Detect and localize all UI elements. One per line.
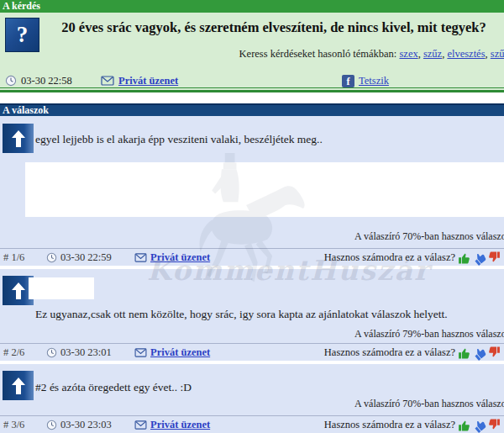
related-topics: Keress kérdéseket hasonló témákban: szex… <box>239 48 504 61</box>
helpful-vote-group: Hasznos számodra ez a válasz? <box>324 249 501 266</box>
answer-text: egyel lejjebb is el akarja épp vesziteni… <box>35 133 496 146</box>
private-message-link[interactable]: Privát üzenet <box>118 75 178 87</box>
answer-timestamp-group: 03-30 23:03 <box>46 416 112 433</box>
answer-private-message[interactable]: Privát üzenet <box>134 416 210 433</box>
like-link[interactable]: Tetszik <box>359 75 389 87</box>
answer-arrow-icon <box>3 371 34 400</box>
answer-timestamp-group: 03-30 22:59 <box>46 249 112 266</box>
answer-block-3: #2 és azóta öregedett egy évet.. :D A vá… <box>0 364 504 433</box>
answer-text: Ez ugyanaz,csak ott nem közölte, hogy sr… <box>35 308 496 321</box>
page: A kérdés ? 20 éves srác vagyok, és szere… <box>0 0 504 433</box>
helpful-vote-group: Hasznos számodra ez a válasz? <box>324 416 501 433</box>
question-mark-icon: ? <box>5 18 39 52</box>
answer-timestamp: 03-30 23:03 <box>60 419 112 431</box>
answer-arrow-icon <box>3 124 34 153</box>
helpful-question-label: Hasznos számodra ez a válasz? <box>324 419 455 431</box>
answer-index: # 2/6 <box>3 344 24 361</box>
thumb-neutral-icon[interactable] <box>473 346 486 359</box>
section-gap <box>0 92 504 103</box>
clock-icon <box>46 420 57 430</box>
thumb-down-icon[interactable] <box>488 419 501 431</box>
helpful-question-label: Hasznos számodra ez a válasz? <box>324 346 455 359</box>
blanked-content-box <box>25 162 504 217</box>
envelope-icon <box>101 76 114 86</box>
answer-footer: # 2/6 03-30 23:01 Privát üzenet Hasznos … <box>0 343 504 361</box>
answer-block-2: Ez ugyanaz,csak ott nem közölte, hogy sr… <box>0 269 504 361</box>
envelope-icon <box>134 420 147 430</box>
private-message-link[interactable]: Privát üzenet <box>150 346 210 359</box>
writer-stat: A válaszíró 70%-ban hasznos válaszol <box>354 230 504 243</box>
green-divider-thick <box>0 90 504 92</box>
answer-footer: # 1/6 03-30 22:59 Privát üzenet Hasznos … <box>0 248 504 266</box>
question-title: 20 éves srác vagyok, és szeretném elvesz… <box>49 19 499 36</box>
thumb-neutral-icon[interactable] <box>473 251 486 264</box>
thumb-up-icon[interactable] <box>458 419 470 431</box>
thumb-neutral-icon[interactable] <box>473 419 486 431</box>
envelope-icon <box>134 253 147 262</box>
answer-index: # 3/6 <box>3 416 24 433</box>
thumb-down-icon[interactable] <box>488 251 501 264</box>
answer-timestamp: 03-30 22:59 <box>60 251 112 264</box>
clock-icon <box>46 252 57 263</box>
blanked-content-box <box>29 277 94 299</box>
answer-private-message[interactable]: Privát üzenet <box>134 344 210 361</box>
answer-index: # 1/6 <box>3 249 24 266</box>
facebook-f-glyph: f <box>347 77 350 87</box>
facebook-like[interactable]: f Tetszik <box>342 72 389 89</box>
clock-icon <box>5 75 17 87</box>
question-section-header: A kérdés <box>0 0 504 13</box>
writer-stat: A válaszíró 79%-ban hasznos válaszol <box>354 328 504 341</box>
thumb-up-icon[interactable] <box>458 251 470 264</box>
answer-block-1: egyel lejjebb is el akarja épp vesziteni… <box>0 116 504 266</box>
topic-link-szuz-2[interactable]: szűz <box>491 48 504 60</box>
answer-footer: # 3/6 03-30 23:03 Privát üzenet Hasznos … <box>0 415 504 433</box>
helpful-question-label: Hasznos számodra ez a válasz? <box>324 251 455 264</box>
private-message-link[interactable]: Privát üzenet <box>150 251 210 264</box>
clock-icon <box>46 347 57 358</box>
thumb-up-icon[interactable] <box>458 346 470 359</box>
helpful-vote-group: Hasznos számodra ez a válasz? <box>324 344 501 361</box>
question-mark-glyph: ? <box>17 22 29 48</box>
answers-section-header: A válaszok <box>0 103 504 116</box>
answer-text: #2 és azóta öregedett egy évet.. :D <box>35 381 496 394</box>
private-message-link[interactable]: Privát üzenet <box>150 419 210 431</box>
green-divider-thin <box>0 87 504 88</box>
question-private-message[interactable]: Privát üzenet <box>101 72 178 89</box>
related-topics-label: Keress kérdéseket hasonló témákban: <box>239 48 397 60</box>
question-timestamp: 03-30 22:58 <box>21 75 72 87</box>
question-section: A kérdés ? 20 éves srác vagyok, és szere… <box>0 0 504 92</box>
answer-timestamp-group: 03-30 23:01 <box>46 344 112 361</box>
writer-stat: A válaszíró 70%-ban hasznos válaszol <box>354 398 504 410</box>
thumb-down-icon[interactable] <box>488 346 501 359</box>
answer-private-message[interactable]: Privát üzenet <box>134 249 210 266</box>
topic-link-szex[interactable]: szex <box>399 48 417 60</box>
topic-link-elvesztes[interactable]: elvesztés <box>447 48 485 60</box>
answer-timestamp: 03-30 23:01 <box>60 346 112 359</box>
topic-link-szuz[interactable]: szűz <box>423 48 442 60</box>
facebook-icon[interactable]: f <box>342 75 354 87</box>
question-timestamp-group: 03-30 22:58 <box>5 72 72 89</box>
envelope-icon <box>134 348 147 357</box>
